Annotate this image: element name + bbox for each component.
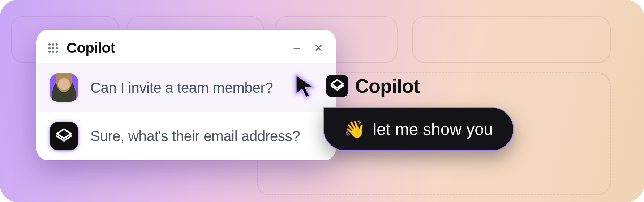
wave-emoji-icon: 👋 [344,119,366,139]
copilot-speech-bubble[interactable]: 👋 let me show you [323,107,514,151]
copilot-badge-icon [326,75,348,97]
copilot-logo-icon [55,127,73,146]
copilot-chat-window: Copilot − ✕ Can I invite a team member? … [36,30,336,160]
window-title: Copilot [66,40,284,56]
message-row-user: Can I invite a team member? [36,63,336,112]
bot-message-text: Sure, what's their email address? [90,128,300,144]
user-message-text: Can I invite a team member? [90,80,273,96]
floating-cursor-cluster: Copilot [293,72,420,99]
window-controls: − ✕ [291,42,324,54]
message-row-bot: Sure, what's their email address? [36,112,336,160]
minimize-button[interactable]: − [291,42,302,54]
cursor-pointer-icon [293,72,319,99]
gradient-stage: Copilot − ✕ Can I invite a team member? … [0,0,644,202]
bubble-text: let me show you [373,119,493,139]
window-titlebar[interactable]: Copilot − ✕ [36,30,336,63]
user-avatar [50,73,78,102]
close-button[interactable]: ✕ [313,43,324,54]
cursor-label: Copilot [355,75,420,97]
drag-handle-icon[interactable] [47,42,59,54]
copilot-avatar [50,122,78,150]
copilot-logo-icon [329,78,345,94]
bg-placeholder-4 [412,16,611,63]
